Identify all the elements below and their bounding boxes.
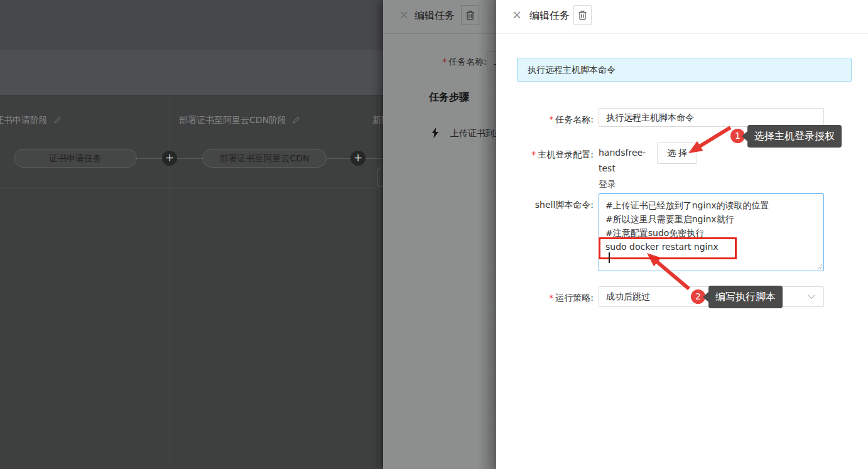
required-mark: * bbox=[549, 114, 553, 124]
drawer-title: 编辑任务 bbox=[415, 9, 455, 23]
stage-title-text: 部署证书至阿里云CDN阶段 bbox=[179, 115, 286, 125]
divider bbox=[496, 33, 868, 34]
required-mark: * bbox=[442, 57, 447, 67]
host-login-value: handsfree-test 登录 bbox=[599, 145, 658, 192]
drawer-edge-shadow bbox=[477, 0, 496, 469]
edit-pencil-icon[interactable] bbox=[293, 117, 300, 124]
close-icon[interactable]: × bbox=[512, 8, 522, 21]
edit-task-drawer-behind: × 编辑任务 *任务名称: 上传证书到主机 任务步骤 上传证书到主机 bbox=[383, 0, 496, 469]
connector-line bbox=[137, 158, 162, 159]
required-mark: * bbox=[549, 293, 553, 303]
run-strategy-label: *运行策略: bbox=[496, 291, 594, 304]
delete-task-button[interactable] bbox=[573, 5, 592, 25]
tooltip-arrow bbox=[742, 131, 747, 141]
stage-divider bbox=[379, 95, 380, 469]
task-name-input[interactable]: 执行远程主机脚本命令 bbox=[599, 108, 824, 127]
edit-task-drawer: × 编辑任务 执行远程主机脚本命令 *任务名称: 执行远程主机脚本命令 *主机登… bbox=[496, 0, 868, 469]
close-icon[interactable]: × bbox=[399, 8, 409, 21]
run-strategy-value: 成功后跳过 bbox=[606, 291, 650, 301]
tooltip-step-2: 编写执行脚本 bbox=[708, 286, 783, 308]
highlight-box-sudo-command bbox=[599, 237, 737, 259]
lightning-icon bbox=[431, 127, 439, 138]
task-name-label: *任务名称: bbox=[496, 113, 594, 126]
connector-line bbox=[327, 158, 350, 159]
task-pill-deploy-cdn[interactable]: 部署证书至阿里云CDN bbox=[202, 149, 327, 168]
text-caret bbox=[609, 252, 610, 263]
stage-title-1: 证书申请阶段 bbox=[0, 114, 61, 126]
tooltip-step-1: 选择主机登录授权 bbox=[747, 125, 842, 148]
chevron-down-icon bbox=[807, 294, 816, 300]
choose-host-button[interactable]: 选 择 bbox=[657, 143, 697, 164]
trash-icon bbox=[465, 10, 475, 20]
connector-line bbox=[177, 158, 202, 159]
app-screen: 证书申请阶段 部署证书至阿里云CDN阶段 新阶段 证书申请任务 + 部署证书至阿… bbox=[0, 0, 868, 469]
trash-icon bbox=[578, 10, 587, 20]
required-mark: * bbox=[531, 149, 536, 159]
shell-script-label: shell脚本命令: bbox=[496, 198, 594, 211]
stage-title-2: 部署证书至阿里云CDN阶段 bbox=[179, 114, 300, 126]
connector-line bbox=[366, 158, 383, 159]
host-login-label: *主机登录配置: bbox=[496, 148, 594, 161]
task-type-banner: 执行远程主机脚本命令 bbox=[517, 58, 852, 82]
task-pill-cert-apply[interactable]: 证书申请任务 bbox=[14, 149, 137, 168]
task-steps-heading: 任务步骤 bbox=[429, 91, 469, 104]
stage-title-text: 证书申请阶段 bbox=[0, 115, 48, 125]
add-task-icon[interactable]: + bbox=[162, 151, 177, 166]
tooltip-arrow bbox=[703, 292, 708, 302]
row-divider bbox=[0, 188, 379, 189]
edit-pencil-icon[interactable] bbox=[54, 117, 61, 124]
shell-script-textarea[interactable]: #上传证书已经放到了nginx的读取的位置 #所以这里只需要重启nginx就行 … bbox=[599, 193, 824, 271]
delete-task-button[interactable] bbox=[461, 5, 479, 25]
add-task-icon[interactable]: + bbox=[350, 151, 366, 166]
drawer-title: 编辑任务 bbox=[529, 9, 570, 23]
resize-grip-icon[interactable] bbox=[816, 264, 823, 270]
